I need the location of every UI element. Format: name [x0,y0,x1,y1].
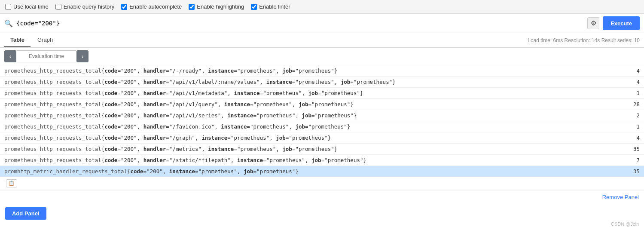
eval-time-input[interactable] [16,50,76,62]
table-row: prometheus_http_requests_total{code="200… [0,155,644,166]
top-bar: Use local time Enable query history Enab… [0,0,644,14]
search-icon: 🔍 [4,19,13,28]
value-cell: 4 [618,77,644,88]
value-cell: 28 [618,99,644,110]
value-cell: 35 [618,144,644,155]
prev-eval-button[interactable]: ‹ [4,50,16,62]
enable-query-history-input[interactable] [55,4,61,10]
settings-button[interactable]: ⚙ [587,17,599,29]
query-input[interactable] [16,20,584,27]
enable-linter-input[interactable] [251,4,257,10]
metric-cell: prometheus_http_requests_total{code="200… [0,132,618,144]
value-cell: 4 [618,65,644,77]
watermark: CSDN @Jzin [611,221,639,223]
table-row: prometheus_http_requests_total{code="200… [0,65,644,77]
table-row: prometheus_http_requests_total{code="200… [0,144,644,155]
bottom-bar: Remove Panel [0,190,644,204]
enable-highlighting-input[interactable] [189,4,195,10]
value-cell: 1 [618,88,644,99]
metric-cell: prometheus_http_requests_total{code="200… [0,121,618,132]
results-table: prometheus_http_requests_total{code="200… [0,65,644,190]
table-row: prometheus_http_requests_total{code="200… [0,121,644,132]
value-cell: 4 [618,132,644,144]
metric-cell: prometheus_http_requests_total{code="200… [0,99,618,110]
execute-button[interactable]: Execute [603,16,640,30]
tab-graph[interactable]: Graph [31,33,59,47]
metric-cell: prometheus_http_requests_total{code="200… [0,65,618,77]
footer-bar: Add Panel [0,204,644,223]
copy-tooltip[interactable]: 📋 [6,179,17,187]
metric-cell: prometheus_http_requests_total{code="200… [0,88,618,99]
table-row: prometheus_http_requests_total{code="200… [0,88,644,99]
enable-highlighting-label: Enable highlighting [197,3,244,10]
tab-meta: Load time: 6ms Resolution: 14s Result se… [528,37,640,43]
use-local-time-input[interactable] [5,4,11,10]
copy-tooltip-row: 📋 [0,177,644,190]
enable-autocomplete-checkbox[interactable]: Enable autocomplete [121,3,182,10]
enable-query-history-label: Enable query history [64,3,115,10]
enable-highlighting-checkbox[interactable]: Enable highlighting [189,3,244,10]
add-panel-button[interactable]: Add Panel [5,207,46,220]
table-row: prometheus_http_requests_total{code="200… [0,99,644,110]
enable-query-history-checkbox[interactable]: Enable query history [55,3,115,10]
query-bar: 🔍 ⚙ Execute [0,14,644,33]
table-row: prometheus_http_requests_total{code="200… [0,77,644,88]
use-local-time-checkbox[interactable]: Use local time [5,3,49,10]
tabs-bar: Table Graph Load time: 6ms Resolution: 1… [0,33,644,48]
value-cell: 7 [618,155,644,166]
tab-table[interactable]: Table [4,33,31,47]
enable-linter-checkbox[interactable]: Enable linter [251,3,290,10]
value-cell: 1 [618,121,644,132]
remove-panel-button[interactable]: Remove Panel [602,194,639,200]
enable-linter-label: Enable linter [259,3,290,10]
next-eval-button[interactable]: › [76,50,89,62]
use-local-time-label: Use local time [13,3,49,10]
metric-cell: promhttp_metric_handler_requests_total{c… [0,166,618,177]
table-row: prometheus_http_requests_total{code="200… [0,110,644,121]
table-row: promhttp_metric_handler_requests_total{c… [0,166,644,177]
enable-autocomplete-input[interactable] [121,4,127,10]
enable-autocomplete-label: Enable autocomplete [129,3,182,10]
value-cell: 35 [618,166,644,177]
metric-cell: prometheus_http_requests_total{code="200… [0,144,618,155]
metric-cell: prometheus_http_requests_total{code="200… [0,155,618,166]
value-cell: 2 [618,110,644,121]
metric-cell: prometheus_http_requests_total{code="200… [0,110,618,121]
metric-cell: prometheus_http_requests_total{code="200… [0,77,618,88]
table-row: prometheus_http_requests_total{code="200… [0,132,644,144]
eval-bar: ‹ › [0,48,644,65]
